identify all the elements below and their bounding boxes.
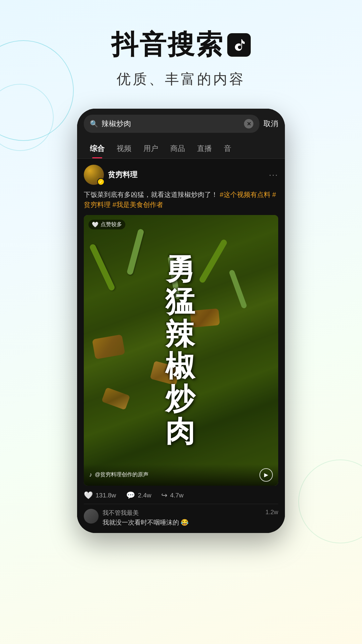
- tab-product[interactable]: 商品: [164, 139, 191, 158]
- stats-row: 🤍 131.8w 💬 2.4w ↪ 4.7w: [84, 486, 278, 504]
- comment-stat-icon: 💬: [126, 491, 135, 500]
- comment-preview: 我不管我最美 我就没一次看时不咽唾沫的 😂 1.2w: [84, 504, 278, 527]
- tab-user[interactable]: 用户: [137, 139, 164, 158]
- tabs-area: 综合 视频 用户 商品 直播 音: [77, 139, 285, 159]
- heart-stat-icon: 🤍: [84, 491, 93, 500]
- verified-badge: ✓: [97, 178, 105, 185]
- app-title: 抖音搜索: [111, 27, 224, 63]
- search-icon: 🔍: [90, 120, 98, 128]
- comments-stat[interactable]: 💬 2.4w: [126, 491, 151, 500]
- post-user-header: ✓ 贫穷料理 ···: [84, 165, 278, 185]
- comments-count: 2.4w: [138, 492, 151, 499]
- post-main-content: 下饭菜到底有多凶猛，就看这道辣椒炒肉了！: [84, 191, 218, 198]
- tiktok-note-icon: ♪: [89, 471, 92, 478]
- video-title-text: 勇猛辣椒炒肉: [165, 253, 197, 448]
- search-cancel-button[interactable]: 取消: [263, 119, 278, 129]
- comment-count: 1.2w: [265, 509, 278, 527]
- phone-inner: 🔍 辣椒炒肉 ✕ 取消 综合 视频 用户 商品: [77, 109, 285, 533]
- commenter-username[interactable]: 我不管我最美: [103, 509, 261, 517]
- tab-audio[interactable]: 音: [218, 139, 237, 158]
- search-box[interactable]: 🔍 辣椒炒肉 ✕: [84, 115, 259, 133]
- heart-icon: 🤍: [92, 221, 99, 228]
- tab-comprehensive[interactable]: 综合: [84, 139, 111, 158]
- video-overlay-text-area: 勇猛辣椒炒肉: [84, 215, 278, 486]
- shares-stat[interactable]: ↪ 4.7w: [161, 491, 183, 500]
- tab-video[interactable]: 视频: [111, 139, 137, 158]
- search-clear-button[interactable]: ✕: [244, 119, 253, 128]
- likes-badge-text: 点赞较多: [101, 221, 122, 228]
- share-stat-icon: ↪: [161, 491, 167, 500]
- avatar-wrap[interactable]: ✓: [84, 165, 104, 185]
- post-text: 下饭菜到底有多凶猛，就看这道辣椒炒肉了！ #这个视频有点料 #贫穷料理 #我是美…: [84, 190, 278, 210]
- tab-live[interactable]: 直播: [191, 139, 218, 158]
- audio-info: ♪ @贫穷料理创作的原声: [89, 471, 148, 478]
- comment-content: 我不管我最美 我就没一次看时不咽唾沫的 😂: [103, 509, 261, 527]
- tiktok-logo-icon: [227, 33, 251, 57]
- commenter-avatar: [84, 509, 99, 524]
- title-row: 抖音搜索: [0, 27, 362, 63]
- likes-badge: 🤍 点赞较多: [88, 220, 125, 229]
- phone-container: 🔍 辣椒炒肉 ✕ 取消 综合 视频 用户 商品: [0, 109, 362, 533]
- play-button[interactable]: ▶: [259, 468, 273, 482]
- content-area: ✓ 贫穷料理 ··· 下饭菜到底有多凶猛，就看这道辣椒炒肉了！ #这个视频有点料…: [77, 159, 285, 533]
- search-bar-area: 🔍 辣椒炒肉 ✕ 取消: [77, 109, 285, 139]
- likes-stat[interactable]: 🤍 131.8w: [84, 491, 116, 500]
- shares-count: 4.7w: [170, 492, 183, 499]
- phone-frame: 🔍 辣椒炒肉 ✕ 取消 综合 视频 用户 商品: [77, 109, 285, 533]
- more-options-button[interactable]: ···: [269, 170, 278, 180]
- header-area: 抖音搜索 优质、丰富的内容: [0, 0, 362, 102]
- comment-text: 我就没一次看时不咽唾沫的 😂: [103, 518, 261, 527]
- user-info: ✓ 贫穷料理: [84, 165, 137, 185]
- text-layout: 勇猛辣椒炒肉: [84, 215, 278, 486]
- likes-count: 131.8w: [96, 492, 116, 499]
- video-thumbnail[interactable]: 勇猛辣椒炒肉 🤍 点赞较多 ♪ @贫穷料理创作的原声 ▶: [84, 215, 278, 486]
- video-bottom-bar: ♪ @贫穷料理创作的原声 ▶: [84, 464, 278, 486]
- audio-text: @贫穷料理创作的原声: [95, 471, 148, 478]
- search-query-text: 辣椒炒肉: [102, 119, 241, 129]
- username-label[interactable]: 贫穷料理: [108, 170, 137, 180]
- app-subtitle: 优质、丰富的内容: [0, 70, 362, 89]
